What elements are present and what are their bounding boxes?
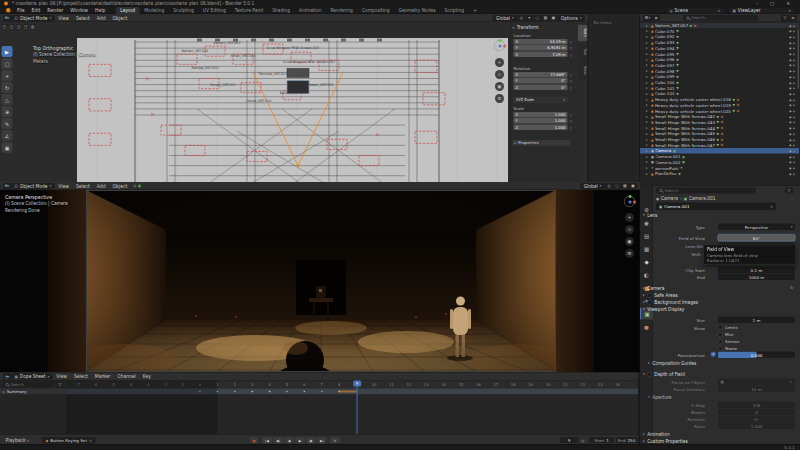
dope-menu-item[interactable]: Select <box>70 372 91 380</box>
outliner-item-name[interactable]: Cube.099 <box>655 74 675 79</box>
lens-panel-header[interactable]: ▾Lens <box>643 213 657 218</box>
workspace-tab[interactable]: Geometry Nodes <box>394 7 440 14</box>
overlays-icon[interactable]: ▦ <box>621 183 629 189</box>
name-checkbox-row[interactable]: Name <box>718 346 737 351</box>
expand-arrow-icon[interactable]: ▸ <box>646 69 650 73</box>
hide-viewport-toggle[interactable]: ● <box>789 172 791 175</box>
hide-viewport-toggle[interactable]: ● <box>789 52 791 55</box>
viewport-top[interactable]: ⊞▾ ◱Object Mode▾ ViewSelectAddObject Glo… <box>0 14 588 182</box>
n-panel-tab[interactable]: Item <box>578 24 588 41</box>
workspace-tab[interactable]: Sculpting <box>169 7 199 14</box>
outliner-item-name[interactable]: Cube.093 <box>655 40 675 45</box>
proportional-edit-icon[interactable]: ○ <box>533 15 541 21</box>
hide-viewport-toggle[interactable]: ● <box>789 121 791 124</box>
pin-icon[interactable]: ◌ <box>790 196 793 201</box>
keyframe-hold-bar[interactable] <box>339 391 356 393</box>
reset-icon[interactable]: ↻ <box>790 286 793 291</box>
shading-icon[interactable]: ▣ <box>549 15 557 21</box>
editor-type-icon[interactable]: ⊞▾ <box>3 15 11 21</box>
transform-orientation[interactable]: Global▾ <box>580 183 605 189</box>
disable-render-toggle[interactable]: ● <box>793 149 795 152</box>
camera-view-icon[interactable]: ▣ <box>495 82 504 91</box>
expand-arrow-icon[interactable]: ▸ <box>646 115 650 119</box>
dope-sheet-mode-selector[interactable]: ▤Dope Sheet▾ <box>11 373 53 379</box>
expand-arrow-icon[interactable]: ▸ <box>646 109 650 113</box>
hide-viewport-toggle[interactable]: ● <box>789 138 791 141</box>
vertex-quick-icon[interactable]: ◱ <box>9 24 15 30</box>
transport-button[interactable]: |▶ <box>306 437 316 444</box>
transport-button[interactable]: ◀ <box>284 437 294 444</box>
expand-arrow-icon[interactable]: ▸ <box>646 92 650 96</box>
zoom-tool-icon[interactable]: + <box>625 213 634 222</box>
disable-render-toggle[interactable]: ● <box>793 109 795 112</box>
unlink-icon[interactable]: ✕ <box>770 204 773 208</box>
tool-rotate-button[interactable]: ↻ <box>2 82 13 93</box>
disable-render-toggle[interactable]: ● <box>793 98 795 101</box>
mode-selector[interactable]: ◱Object Mode▾ <box>11 183 55 189</box>
safe-areas-panel-header[interactable]: ▸Safe Areas <box>643 293 678 298</box>
expand-arrow-icon[interactable]: ▸ <box>646 52 650 56</box>
lock-icon[interactable]: ○ <box>570 79 573 83</box>
active-keying-set[interactable]: ◆ Button Keying Set ✕ <box>42 437 95 444</box>
outliner-item-name[interactable]: Small Hinge With Screws.043 <box>655 120 715 125</box>
disable-render-toggle[interactable]: ● <box>793 121 795 124</box>
navigation-gizmo[interactable] <box>624 196 635 207</box>
outliner-item-name[interactable]: Vattern_SKT.057 <box>655 23 688 28</box>
workspace-tab[interactable]: Shading <box>268 7 295 14</box>
rotation-z-field[interactable]: Z0° <box>514 84 568 90</box>
dope-menu-item[interactable]: View <box>53 372 71 380</box>
hide-viewport-toggle[interactable]: ● <box>789 58 791 61</box>
current-frame-field[interactable]: 9 <box>560 437 578 443</box>
hide-viewport-toggle[interactable]: ● <box>789 41 791 44</box>
tool-measure-button[interactable]: ∠ <box>2 130 13 141</box>
mode-selector[interactable]: ◱Object Mode▾ <box>11 15 55 21</box>
rotation-x-field[interactable]: X77.889° <box>514 72 568 78</box>
hide-viewport-toggle[interactable]: ● <box>789 98 791 101</box>
playhead-badge[interactable]: 9 <box>353 381 361 387</box>
disable-render-toggle[interactable]: ● <box>793 138 795 141</box>
disable-render-toggle[interactable]: ● <box>793 155 795 158</box>
tool-move-button[interactable]: + <box>2 70 13 81</box>
expand-arrow-icon[interactable]: ▸ <box>646 126 650 130</box>
workspace-tab[interactable]: Compositing <box>357 7 394 14</box>
editor-type-icon[interactable]: ⊞▾ <box>3 183 11 189</box>
expand-arrow-icon[interactable]: ▸ <box>646 166 650 170</box>
expand-arrow-icon[interactable]: ▸ <box>646 63 650 67</box>
expand-arrow-icon[interactable]: ▸ <box>646 137 650 141</box>
snap-magnet-icon[interactable]: ◎ <box>605 183 613 189</box>
type-dropdown[interactable]: Perspective▾ <box>718 224 795 231</box>
hide-viewport-toggle[interactable]: ● <box>789 92 791 95</box>
lock-icon[interactable]: ○ <box>570 46 573 50</box>
scale-x-field[interactable]: X1.000 <box>514 112 568 118</box>
tool-scale-button[interactable]: △ <box>2 94 13 105</box>
viewport-menu-item[interactable]: Object <box>109 14 131 22</box>
dof-checkbox[interactable] <box>647 372 652 377</box>
hide-viewport-toggle[interactable]: ● <box>789 47 791 50</box>
camera-panel-header[interactable]: ▸Camera <box>643 286 665 291</box>
view-layer-selector[interactable]: ▦ ViewLayer ▾ <box>729 7 794 13</box>
viewport-menu-item[interactable]: View <box>55 182 73 190</box>
expand-arrow-icon[interactable]: ▸ <box>646 35 650 39</box>
maximize-button[interactable]: □ <box>764 1 780 6</box>
disable-render-toggle[interactable]: ● <box>793 58 795 61</box>
hide-viewport-toggle[interactable]: ● <box>789 126 791 129</box>
editmode-quick-icon[interactable]: ◰ <box>2 24 8 30</box>
hide-viewport-toggle[interactable]: ● <box>789 87 791 90</box>
tool-add-primitive-button[interactable]: ▣ <box>2 142 13 153</box>
expand-arrow-icon[interactable]: ▸ <box>646 58 650 62</box>
navigation-gizmo[interactable] <box>494 40 505 51</box>
close-button[interactable]: ✕ <box>780 1 796 6</box>
outliner-item-name[interactable]: Small Hinge With Screws.044 <box>655 125 715 130</box>
expand-arrow-icon[interactable]: ▸ <box>646 23 650 27</box>
expand-arrow-icon[interactable]: ▸ <box>646 172 650 176</box>
tool-transform-button[interactable]: ⊕ <box>2 106 13 117</box>
viewport-display-panel-header[interactable]: ▾Viewport Display <box>643 307 684 312</box>
outliner-item-name[interactable]: Cube.101 <box>655 86 675 91</box>
workspace-tab[interactable]: Layout <box>116 7 140 14</box>
disable-render-toggle[interactable]: ● <box>793 81 795 84</box>
lock-icon[interactable]: ○ <box>570 52 573 56</box>
fov-slider[interactable]: 60° <box>718 235 795 242</box>
expand-arrow-icon[interactable]: ▸ <box>646 160 650 164</box>
outliner-item-name[interactable]: Camera.002 <box>655 160 680 165</box>
outliner-item-name[interactable]: Cube.070 <box>655 29 675 34</box>
